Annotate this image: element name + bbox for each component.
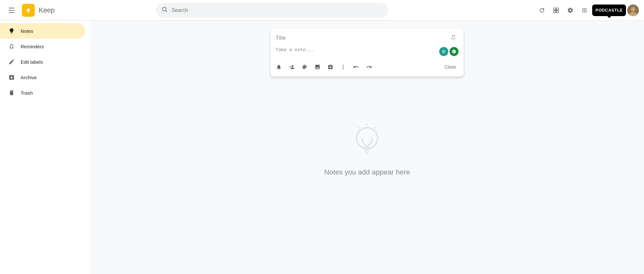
more-icon bbox=[340, 64, 346, 70]
svg-point-18 bbox=[631, 7, 635, 12]
svg-point-13 bbox=[586, 10, 587, 11]
empty-bulb-icon bbox=[348, 123, 386, 162]
svg-point-23 bbox=[343, 67, 344, 68]
svg-rect-2 bbox=[28, 12, 29, 13]
reminders-icon bbox=[8, 43, 15, 50]
edit-labels-icon bbox=[8, 59, 15, 65]
settings-button[interactable] bbox=[564, 4, 577, 17]
archive-note-button[interactable] bbox=[325, 61, 336, 73]
note-toolbar: Close bbox=[270, 59, 464, 77]
svg-point-9 bbox=[584, 8, 585, 9]
pin-icon bbox=[450, 35, 457, 41]
app-title: Keep bbox=[39, 6, 54, 14]
ai-icon-1[interactable] bbox=[439, 47, 448, 56]
collaborator-icon bbox=[289, 64, 295, 70]
sidebar-item-archive[interactable]: Archive bbox=[0, 70, 85, 85]
svg-point-11 bbox=[582, 10, 583, 11]
svg-rect-4 bbox=[554, 8, 556, 10]
notes-icon bbox=[8, 28, 15, 34]
svg-point-21 bbox=[443, 51, 444, 52]
podcastle-badge[interactable]: PODCASTLE bbox=[592, 5, 626, 16]
avatar[interactable] bbox=[627, 5, 639, 16]
podcastle-label: PODCASTLE bbox=[595, 8, 623, 13]
svg-point-15 bbox=[584, 11, 585, 12]
sidebar-item-trash[interactable]: Trash bbox=[0, 85, 85, 100]
note-title-input[interactable] bbox=[276, 35, 448, 41]
note-text-input[interactable] bbox=[276, 47, 439, 55]
main-layout: Notes Reminders Edit labels bbox=[0, 21, 644, 274]
svg-rect-5 bbox=[556, 8, 559, 10]
header-right: PODCASTLE bbox=[535, 4, 639, 17]
redo-icon bbox=[366, 64, 372, 70]
svg-point-14 bbox=[582, 11, 583, 12]
note-ai-icons bbox=[439, 47, 459, 56]
svg-rect-1 bbox=[28, 12, 29, 12]
more-button[interactable] bbox=[337, 61, 349, 73]
svg-point-16 bbox=[586, 11, 587, 12]
note-body bbox=[270, 46, 464, 59]
hamburger-icon bbox=[9, 8, 14, 13]
svg-point-24 bbox=[343, 68, 344, 69]
header: Keep bbox=[0, 0, 644, 21]
svg-line-30 bbox=[375, 127, 376, 128]
empty-state-text: Notes you add appear here bbox=[324, 168, 410, 176]
search-input[interactable] bbox=[172, 7, 383, 13]
hamburger-button[interactable] bbox=[5, 4, 18, 17]
svg-line-31 bbox=[358, 127, 359, 128]
collaborator-button[interactable] bbox=[286, 61, 298, 73]
svg-point-22 bbox=[343, 65, 344, 66]
sidebar-item-reminders[interactable]: Reminders bbox=[0, 39, 85, 54]
sidebar-label-trash: Trash bbox=[21, 90, 33, 96]
sidebar-label-reminders: Reminders bbox=[21, 44, 44, 49]
svg-point-25 bbox=[356, 128, 377, 149]
refresh-icon bbox=[539, 7, 545, 14]
undo-icon bbox=[353, 64, 359, 70]
add-image-icon bbox=[315, 64, 320, 70]
search-container bbox=[156, 3, 388, 18]
header-left: Keep bbox=[5, 4, 82, 17]
sidebar-label-notes: Notes bbox=[21, 28, 33, 34]
reminder-button[interactable] bbox=[273, 61, 285, 73]
avatar-image bbox=[627, 5, 639, 16]
svg-rect-6 bbox=[554, 10, 556, 13]
list-view-button[interactable] bbox=[550, 4, 563, 17]
archive-note-icon bbox=[327, 64, 333, 70]
trash-icon bbox=[8, 90, 15, 96]
color-button[interactable] bbox=[299, 61, 310, 73]
undo-button[interactable] bbox=[350, 61, 362, 73]
note-header bbox=[270, 28, 464, 46]
refresh-button[interactable] bbox=[535, 4, 548, 17]
sidebar-label-archive: Archive bbox=[21, 75, 37, 80]
pin-button[interactable] bbox=[448, 33, 459, 43]
svg-point-12 bbox=[584, 10, 585, 11]
sidebar-item-edit-labels[interactable]: Edit labels bbox=[0, 54, 85, 70]
gear-icon bbox=[567, 7, 573, 14]
note-editor-card: Close bbox=[270, 28, 464, 77]
svg-point-10 bbox=[586, 8, 587, 9]
reminder-icon bbox=[276, 64, 282, 70]
empty-state: Notes you add appear here bbox=[324, 123, 410, 176]
list-view-icon bbox=[553, 7, 559, 14]
apps-icon bbox=[581, 7, 588, 14]
redo-button[interactable] bbox=[363, 61, 375, 73]
sidebar-item-notes[interactable]: Notes bbox=[0, 23, 85, 39]
apps-button[interactable] bbox=[578, 4, 591, 17]
svg-point-8 bbox=[582, 8, 583, 9]
svg-rect-7 bbox=[556, 10, 559, 13]
sidebar-label-edit-labels: Edit labels bbox=[21, 59, 43, 65]
app-logo bbox=[22, 4, 35, 17]
search-box bbox=[156, 3, 388, 18]
main-content: Close Notes you add appear here bbox=[90, 21, 644, 274]
ai-icon-2[interactable] bbox=[450, 47, 459, 56]
archive-icon bbox=[8, 74, 15, 80]
sidebar: Notes Reminders Edit labels bbox=[0, 21, 90, 274]
search-icon bbox=[161, 6, 168, 14]
add-image-button[interactable] bbox=[312, 61, 323, 73]
close-button[interactable]: Close bbox=[439, 62, 461, 72]
color-icon bbox=[302, 64, 308, 70]
